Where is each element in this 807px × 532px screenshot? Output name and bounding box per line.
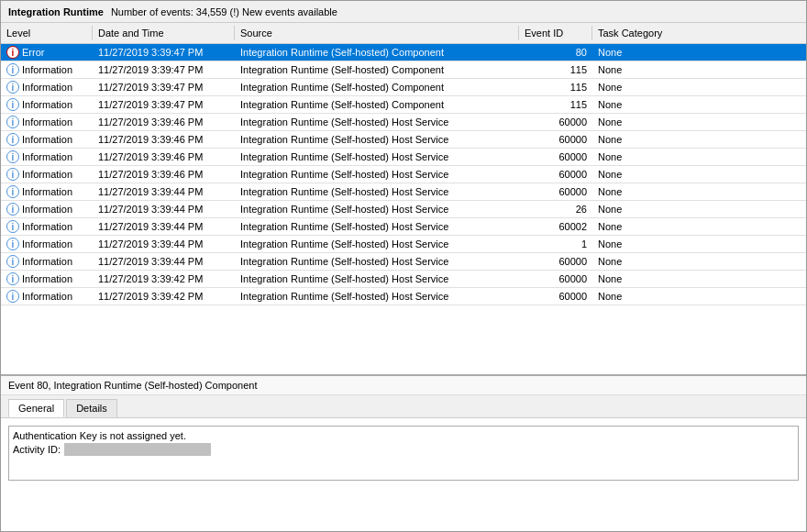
- detail-line1: Authentication Key is not assigned yet.: [13, 430, 794, 441]
- level-text: Information: [22, 291, 72, 302]
- detail-title: Event 80, Integration Runtime (Self-host…: [1, 376, 806, 395]
- cell-taskcategory: None: [592, 183, 702, 200]
- level-text: Information: [22, 99, 72, 110]
- cell-source: Integration Runtime (Self-hosted) Compon…: [235, 96, 519, 113]
- level-text: Information: [22, 238, 72, 249]
- title-bar-info: Number of events: 34,559 (!) New events …: [111, 6, 337, 17]
- tab-details[interactable]: Details: [66, 399, 117, 417]
- cell-taskcategory: None: [592, 96, 702, 113]
- table-row[interactable]: iInformation11/27/2019 3:39:47 PMIntegra…: [1, 96, 806, 114]
- cell-taskcategory: None: [592, 166, 702, 183]
- cell-taskcategory: None: [592, 79, 702, 95]
- cell-source: Integration Runtime (Self-hosted) Compon…: [235, 44, 519, 61]
- cell-datetime: 11/27/2019 3:39:47 PM: [93, 79, 235, 95]
- level-text: Information: [22, 64, 72, 75]
- cell-taskcategory: None: [592, 44, 702, 61]
- table-row[interactable]: iInformation11/27/2019 3:39:44 PMIntegra…: [1, 218, 806, 236]
- table-row[interactable]: iInformation11/27/2019 3:39:42 PMIntegra…: [1, 288, 806, 305]
- cell-datetime: 11/27/2019 3:39:47 PM: [93, 96, 235, 113]
- cell-source: Integration Runtime (Self-hosted) Compon…: [235, 79, 519, 95]
- info-icon: i: [6, 255, 19, 268]
- cell-eventid: 1: [519, 236, 592, 252]
- cell-eventid: 60000: [519, 114, 592, 130]
- cell-source: Integration Runtime (Self-hosted) Host S…: [235, 201, 519, 217]
- cell-eventid: 60000: [519, 183, 592, 200]
- cell-taskcategory: None: [592, 131, 702, 148]
- cell-level: iInformation: [1, 166, 93, 183]
- table-row[interactable]: iInformation11/27/2019 3:39:46 PMIntegra…: [1, 114, 806, 131]
- table-row[interactable]: iInformation11/27/2019 3:39:46 PMIntegra…: [1, 131, 806, 149]
- cell-source: Integration Runtime (Self-hosted) Host S…: [235, 236, 519, 252]
- cell-source: Integration Runtime (Self-hosted) Host S…: [235, 288, 519, 305]
- cell-level: iInformation: [1, 271, 93, 287]
- cell-datetime: 11/27/2019 3:39:46 PM: [93, 166, 235, 183]
- detail-tabs: General Details: [1, 395, 806, 418]
- level-text: Information: [22, 116, 72, 127]
- cell-eventid: 60000: [519, 271, 592, 287]
- info-icon: i: [6, 81, 19, 94]
- cell-source: Integration Runtime (Self-hosted) Host S…: [235, 253, 519, 270]
- cell-datetime: 11/27/2019 3:39:44 PM: [93, 183, 235, 200]
- level-text: Information: [22, 204, 72, 215]
- cell-eventid: 60002: [519, 218, 592, 235]
- tab-general[interactable]: General: [8, 399, 64, 417]
- table-row[interactable]: iInformation11/27/2019 3:39:44 PMIntegra…: [1, 253, 806, 271]
- cell-source: Integration Runtime (Self-hosted) Host S…: [235, 166, 519, 183]
- table-row[interactable]: iInformation11/27/2019 3:39:44 PMIntegra…: [1, 236, 806, 253]
- col-eventid: Event ID: [519, 26, 592, 40]
- cell-source: Integration Runtime (Self-hosted) Host S…: [235, 218, 519, 235]
- table-row[interactable]: iInformation11/27/2019 3:39:46 PMIntegra…: [1, 149, 806, 166]
- col-level: Level: [1, 26, 93, 40]
- cell-level: iInformation: [1, 79, 93, 95]
- info-icon: i: [6, 150, 19, 163]
- cell-source: Integration Runtime (Self-hosted) Host S…: [235, 183, 519, 200]
- col-taskcategory: Task Category: [592, 26, 702, 40]
- table-row[interactable]: iInformation11/27/2019 3:39:42 PMIntegra…: [1, 271, 806, 288]
- table-row[interactable]: iInformation11/27/2019 3:39:47 PMIntegra…: [1, 79, 806, 96]
- level-text: Information: [22, 186, 72, 197]
- cell-eventid: 60000: [519, 131, 592, 148]
- cell-datetime: 11/27/2019 3:39:42 PM: [93, 288, 235, 305]
- detail-section: Event 80, Integration Runtime (Self-host…: [1, 375, 806, 531]
- cell-datetime: 11/27/2019 3:39:44 PM: [93, 253, 235, 270]
- cell-level: iInformation: [1, 149, 93, 165]
- cell-level: iInformation: [1, 288, 93, 305]
- table-row[interactable]: iError11/27/2019 3:39:47 PMIntegration R…: [1, 44, 806, 61]
- title-bar: Integration Runtime Number of events: 34…: [1, 1, 806, 23]
- cell-source: Integration Runtime (Self-hosted) Host S…: [235, 131, 519, 148]
- cell-level: iInformation: [1, 131, 93, 148]
- level-text: Information: [22, 134, 72, 145]
- table-header: Level Date and Time Source Event ID Task…: [1, 23, 806, 44]
- cell-taskcategory: None: [592, 253, 702, 270]
- level-text: Information: [22, 82, 72, 93]
- cell-taskcategory: None: [592, 114, 702, 130]
- cell-level: iInformation: [1, 96, 93, 113]
- cell-level: iInformation: [1, 201, 93, 217]
- table-row[interactable]: iInformation11/27/2019 3:39:47 PMIntegra…: [1, 61, 806, 79]
- event-table-section: Level Date and Time Source Event ID Task…: [1, 23, 806, 375]
- table-row[interactable]: iInformation11/27/2019 3:39:44 PMIntegra…: [1, 201, 806, 218]
- table-row[interactable]: iInformation11/27/2019 3:39:44 PMIntegra…: [1, 183, 806, 201]
- level-text: Information: [22, 273, 72, 284]
- cell-eventid: 60000: [519, 253, 592, 270]
- cell-level: iInformation: [1, 218, 93, 235]
- level-text: Information: [22, 151, 72, 162]
- cell-datetime: 11/27/2019 3:39:46 PM: [93, 149, 235, 165]
- cell-taskcategory: None: [592, 218, 702, 235]
- info-icon: i: [6, 238, 19, 250]
- cell-eventid: 60000: [519, 166, 592, 183]
- table-body[interactable]: iError11/27/2019 3:39:47 PMIntegration R…: [1, 44, 806, 374]
- info-icon: i: [6, 116, 19, 128]
- table-row[interactable]: iInformation11/27/2019 3:39:46 PMIntegra…: [1, 166, 806, 183]
- activity-label: Activity ID:: [13, 444, 61, 455]
- cell-source: Integration Runtime (Self-hosted) Host S…: [235, 271, 519, 287]
- info-icon: i: [6, 168, 19, 181]
- level-text: Error: [22, 47, 44, 58]
- cell-datetime: 11/27/2019 3:39:47 PM: [93, 44, 235, 61]
- cell-datetime: 11/27/2019 3:39:47 PM: [93, 61, 235, 78]
- activity-row: Activity ID:: [13, 443, 794, 456]
- info-icon: i: [6, 203, 19, 216]
- level-text: Information: [22, 221, 72, 232]
- cell-taskcategory: None: [592, 288, 702, 305]
- info-icon: i: [6, 272, 19, 285]
